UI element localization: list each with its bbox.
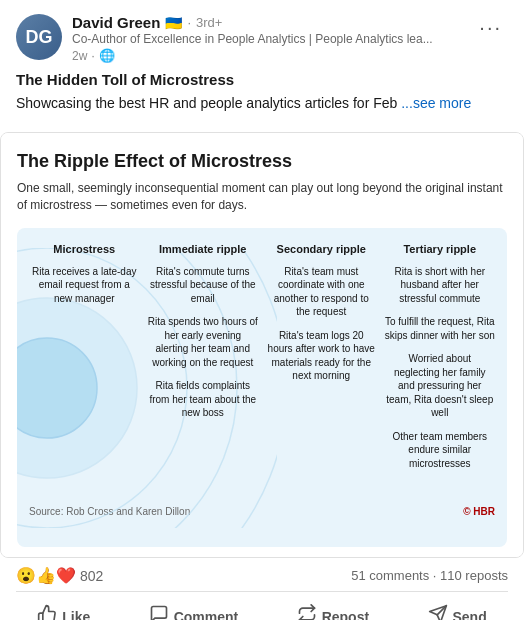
col-header-microstress: Microstress — [53, 242, 115, 256]
post-title: The Hidden Toll of Microstress — [16, 71, 508, 88]
col-header-tertiary: Tertiary ripple — [403, 242, 476, 256]
source-line: Source: Rob Cross and Karen Dillon © HBR — [25, 506, 499, 517]
col-header-immediate: Immediate ripple — [159, 242, 246, 256]
action-bar: Like Comment Repost — [0, 592, 524, 620]
col-item-immediate-2: Rita fields complaints from her team abo… — [148, 379, 259, 420]
col-item-tertiary-2: Worried about neglecting her family and … — [385, 352, 496, 420]
header-left: DG David Green 🇺🇦 · 3rd+ Co-Author of Ex… — [16, 14, 433, 63]
col-item-microstress-0: Rita receives a late-day email request f… — [29, 265, 140, 306]
author-name: David Green — [72, 14, 160, 31]
repost-icon — [297, 604, 317, 620]
like-icon — [37, 604, 57, 620]
more-options-button[interactable]: ··· — [473, 14, 508, 41]
send-label: Send — [453, 609, 487, 620]
col-item-immediate-0: Rita's commute turns stressful because o… — [148, 265, 259, 306]
see-more-link[interactable]: ...see more — [401, 95, 471, 111]
avatar: DG — [16, 14, 62, 60]
comment-label: Comment — [174, 609, 239, 620]
reaction-emojis: 😮 👍 ❤️ — [16, 566, 76, 585]
reaction-emoji-2: ❤️ — [56, 566, 76, 585]
reactions-row: 😮 👍 ❤️ 802 51 comments · 110 reposts — [0, 558, 524, 591]
col-item-tertiary-1: To fulfill the request, Rita skips dinne… — [385, 315, 496, 342]
comment-icon — [149, 604, 169, 620]
connection-degree: 3rd+ — [196, 15, 222, 30]
reaction-emoji-0: 😮 — [16, 566, 36, 585]
infographic-inner: The Ripple Effect of Microstress One sma… — [1, 133, 523, 558]
author-info: David Green 🇺🇦 · 3rd+ Co-Author of Excel… — [72, 14, 433, 63]
ripple-col-tertiary: Tertiary ripple Rita is short with her h… — [381, 242, 500, 502]
post-subtitle: Showcasing the best HR and people analyt… — [16, 94, 508, 114]
meta-dot: · — [91, 48, 95, 63]
ripple-diagram: Microstress Rita receives a late-day ema… — [17, 228, 507, 547]
post-meta: 2w · 🌐 — [72, 48, 433, 63]
col-item-tertiary-0: Rita is short with her husband after her… — [385, 265, 496, 306]
col-item-secondary-1: Rita's team logs 20 hours after work to … — [266, 329, 377, 383]
send-button[interactable]: Send — [418, 596, 497, 620]
ripple-columns: Microstress Rita receives a late-day ema… — [25, 242, 499, 502]
post-subtitle-text: Showcasing the best HR and people analyt… — [16, 95, 397, 111]
post-container: DG David Green 🇺🇦 · 3rd+ Co-Author of Ex… — [0, 0, 524, 620]
source-text: Source: Rob Cross and Karen Dillon — [29, 506, 190, 517]
ripple-col-microstress: Microstress Rita receives a late-day ema… — [25, 242, 144, 502]
send-icon — [428, 604, 448, 620]
col-item-immediate-1: Rita spends two hours of her early eveni… — [148, 315, 259, 369]
col-header-secondary: Secondary ripple — [277, 242, 366, 256]
post-body: The Hidden Toll of Microstress Showcasin… — [0, 71, 524, 124]
col-item-tertiary-3: Other team members endure similar micros… — [385, 430, 496, 471]
author-name-row: David Green 🇺🇦 · 3rd+ — [72, 14, 433, 31]
reaction-emoji-1: 👍 — [36, 566, 56, 585]
globe-icon: 🌐 — [99, 48, 115, 63]
infographic-card: The Ripple Effect of Microstress One sma… — [0, 132, 524, 559]
comments-reposts: 51 comments · 110 reposts — [351, 568, 508, 583]
flag-icon: 🇺🇦 — [165, 15, 182, 31]
infographic-description: One small, seemingly inconsequential mom… — [17, 180, 507, 215]
like-button[interactable]: Like — [27, 596, 100, 620]
repost-label: Repost — [322, 609, 369, 620]
ripple-col-immediate: Immediate ripple Rita's commute turns st… — [144, 242, 263, 502]
author-subtitle: Co-Author of Excellence in People Analyt… — [72, 32, 433, 46]
infographic-title: The Ripple Effect of Microstress — [17, 151, 507, 172]
dot-separator: · — [187, 15, 191, 30]
reaction-count: 802 — [80, 568, 103, 584]
post-time: 2w — [72, 49, 87, 63]
comment-button[interactable]: Comment — [139, 596, 249, 620]
hbr-logo: © HBR — [463, 506, 495, 517]
repost-button[interactable]: Repost — [287, 596, 379, 620]
col-item-secondary-0: Rita's team must coordinate with one ano… — [266, 265, 377, 319]
reactions-left: 😮 👍 ❤️ 802 — [16, 566, 103, 585]
like-label: Like — [62, 609, 90, 620]
post-header: DG David Green 🇺🇦 · 3rd+ Co-Author of Ex… — [0, 0, 524, 71]
ripple-col-secondary: Secondary ripple Rita's team must coordi… — [262, 242, 381, 502]
